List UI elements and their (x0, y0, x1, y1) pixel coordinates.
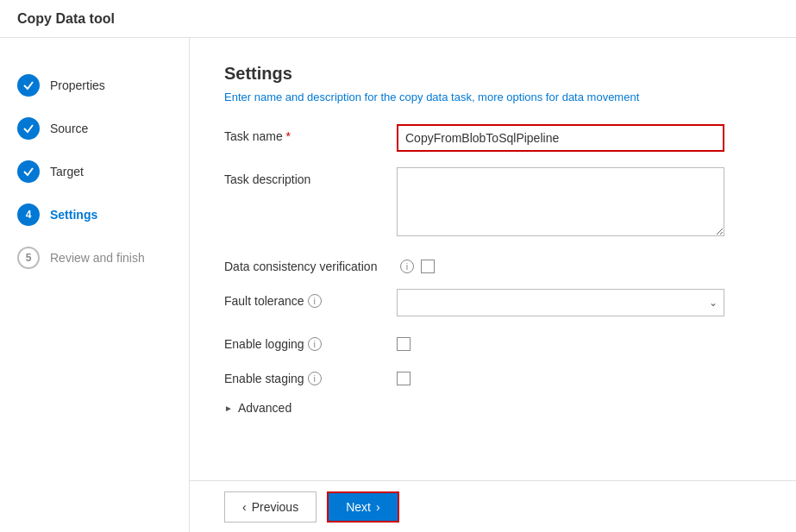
step-label-target: Target (50, 165, 84, 178)
footer: ‹ Previous Next › (190, 480, 796, 532)
next-chevron-icon: › (376, 500, 380, 514)
enable-staging-control (397, 366, 724, 385)
enable-logging-label: Enable logging i (224, 332, 397, 351)
sidebar-item-review[interactable]: 5 Review and finish (0, 236, 189, 279)
check-icon-source (22, 122, 34, 135)
task-description-label: Task description (224, 167, 397, 186)
required-indicator: * (286, 129, 291, 143)
fault-tolerance-info-icon: i (308, 294, 322, 308)
sidebar-item-source[interactable]: Source (0, 107, 189, 150)
advanced-arrow-icon: ► (224, 404, 233, 413)
step-label-properties: Properties (50, 78, 105, 92)
enable-staging-label-wrap: Enable staging i (224, 372, 397, 385)
sidebar-item-target[interactable]: Target (0, 150, 189, 193)
enable-logging-checkbox[interactable] (397, 337, 411, 351)
step-circle-source (17, 117, 40, 140)
data-consistency-label: Data consistency verification (224, 254, 397, 273)
sidebar-item-settings[interactable]: 4 Settings (0, 193, 189, 236)
enable-logging-checkbox-wrap (397, 332, 724, 351)
data-consistency-checkbox[interactable] (421, 260, 435, 273)
enable-logging-label-wrap: Enable logging i (224, 337, 397, 351)
step-label-source: Source (50, 122, 88, 135)
app-title: Copy Data tool (17, 11, 115, 27)
task-description-input[interactable] (397, 167, 724, 236)
task-name-input[interactable] (397, 124, 724, 152)
enable-staging-label: Enable staging i (224, 366, 397, 385)
sidebar-item-properties[interactable]: Properties (0, 64, 189, 107)
step-number-settings: 4 (26, 209, 32, 221)
fault-tolerance-row: Fault tolerance i ⌄ (224, 289, 762, 316)
data-consistency-row: Data consistency verification i (224, 254, 762, 273)
enable-staging-checkbox[interactable] (397, 372, 411, 385)
task-name-row: Task name * (224, 124, 762, 152)
task-name-control (397, 124, 724, 152)
step-circle-properties (17, 74, 40, 97)
advanced-label: Advanced (238, 401, 291, 415)
fault-tolerance-label: Fault tolerance i (224, 289, 397, 308)
check-icon-target (22, 166, 34, 178)
step-label-review: Review and finish (50, 251, 145, 265)
data-consistency-control: i (397, 254, 724, 273)
previous-chevron-icon: ‹ (242, 500, 247, 514)
enable-logging-info-icon: i (308, 337, 322, 351)
next-button[interactable]: Next › (327, 491, 398, 523)
step-label-settings: Settings (50, 208, 97, 222)
content-area: Settings Enter name and description for … (190, 38, 796, 532)
previous-label: Previous (252, 500, 298, 514)
step-number-review: 5 (26, 252, 32, 264)
fault-tolerance-select[interactable] (397, 289, 724, 316)
sidebar: Properties Source Target 4 (0, 38, 190, 532)
task-description-control (397, 167, 724, 239)
fault-tolerance-control: ⌄ (397, 289, 724, 316)
enable-logging-control (397, 332, 724, 351)
fault-tolerance-label-wrap: Fault tolerance i (224, 294, 397, 308)
step-circle-settings: 4 (17, 203, 40, 226)
main-layout: Properties Source Target 4 (0, 38, 796, 532)
enable-staging-checkbox-wrap (397, 366, 724, 385)
section-title: Settings (224, 64, 762, 84)
task-name-label: Task name * (224, 124, 397, 143)
enable-staging-row: Enable staging i (224, 366, 762, 385)
title-bar: Copy Data tool (0, 0, 796, 38)
next-label: Next (346, 500, 371, 514)
enable-staging-info-icon: i (308, 372, 322, 385)
content-scroll: Settings Enter name and description for … (190, 38, 796, 480)
previous-button[interactable]: ‹ Previous (224, 491, 317, 523)
enable-logging-row: Enable logging i (224, 332, 762, 351)
check-icon-properties (22, 79, 34, 91)
fault-tolerance-select-wrap: ⌄ (397, 289, 724, 316)
step-circle-target (17, 160, 40, 183)
data-consistency-checkbox-wrap: i (397, 254, 724, 273)
advanced-row[interactable]: ► Advanced (224, 401, 762, 415)
section-subtitle: Enter name and description for the copy … (224, 91, 762, 103)
task-description-row: Task description (224, 167, 762, 239)
data-consistency-info-icon: i (400, 260, 414, 273)
step-circle-review: 5 (17, 247, 40, 269)
